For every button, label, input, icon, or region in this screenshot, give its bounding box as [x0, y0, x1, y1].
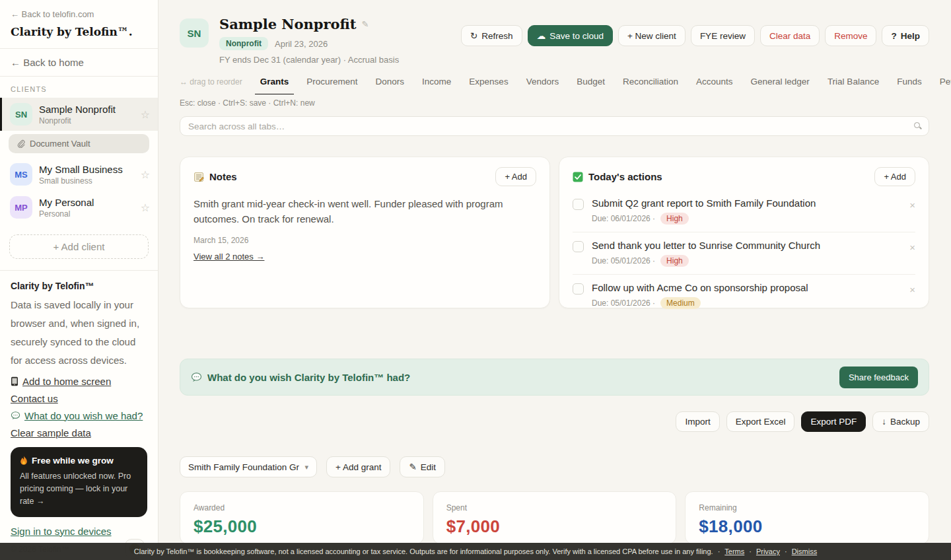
action-checkbox[interactable] — [573, 283, 584, 295]
star-icon[interactable]: ☆ — [141, 108, 150, 121]
delete-action-icon[interactable]: × — [909, 197, 915, 210]
tab-general-ledger[interactable]: General ledger — [751, 77, 810, 87]
tab-reconciliation[interactable]: Reconciliation — [623, 77, 678, 87]
header-actions: ↻ Refresh ☁ Save to cloud + New client F… — [461, 25, 929, 46]
sign-in-link[interactable]: Sign in to sync devices — [11, 526, 147, 537]
dismiss-link[interactable]: Dismiss — [792, 547, 818, 555]
remove-button[interactable]: Remove — [825, 25, 876, 46]
action-checkbox[interactable] — [573, 241, 584, 252]
client-item-my-personal[interactable]: MP My Personal Personal ☆ — [0, 191, 158, 224]
question-icon: ? — [891, 31, 896, 41]
stat-card-awarded: Awarded $25,000 — [180, 491, 424, 544]
drag-to-reorder-hint: ↔ drag to reorder — [180, 77, 242, 87]
tab-donors[interactable]: Donors — [376, 77, 405, 87]
action-text: Send thank you letter to Sunrise Communi… — [592, 240, 820, 251]
import-button[interactable]: Import — [676, 411, 719, 432]
client-type: Nonprofit — [39, 116, 116, 125]
view-all-notes-link[interactable]: View all 2 notes → — [194, 252, 264, 262]
action-text: Follow up with Acme Co on sponsorship pr… — [592, 282, 808, 293]
wish-label: What do you wish we had? — [24, 410, 143, 421]
action-text: Submit Q2 grant report to Smith Family F… — [592, 197, 816, 209]
refresh-button[interactable]: ↻ Refresh — [461, 25, 522, 46]
edit-title-icon[interactable]: ✎ — [362, 19, 369, 29]
export-toolbar: Import Export Excel Export PDF ↓ Backup — [180, 411, 929, 432]
separator: · — [718, 547, 721, 555]
page-title: Sample Nonprofit — [219, 16, 357, 32]
terms-link[interactable]: Terms — [724, 547, 744, 555]
add-to-home-screen-link[interactable]: Add to home screen — [11, 376, 147, 387]
clients-section: CLIENTS SN Sample Nonprofit Nonprofit ☆ … — [0, 77, 158, 259]
check-icon — [573, 172, 583, 182]
avatar: MS — [10, 163, 32, 186]
save-to-cloud-button[interactable]: ☁ Save to cloud — [528, 25, 613, 46]
notes-title: Notes — [209, 171, 237, 182]
pencil-icon: ✎ — [409, 462, 416, 472]
delete-action-icon[interactable]: × — [909, 240, 915, 252]
help-button[interactable]: ? Help — [882, 25, 929, 46]
grant-stats: Awarded $25,000 Spent $7,000 Remaining $… — [180, 491, 929, 544]
search-icon[interactable] — [914, 122, 922, 130]
tab-funds[interactable]: Funds — [897, 77, 922, 87]
about-title: Clarity by Telofin™ — [11, 281, 147, 291]
tab-procurement[interactable]: Procurement — [306, 77, 357, 87]
client-avatar: SN — [180, 18, 209, 48]
action-checkbox[interactable] — [573, 199, 584, 210]
feedback-question: What do you wish Clarity by Telofin™ had… — [207, 372, 410, 383]
tab-trial-balance[interactable]: Trial Balance — [828, 77, 879, 87]
search-input[interactable] — [180, 116, 929, 136]
add-grant-button[interactable]: + Add grant — [326, 456, 390, 477]
star-icon[interactable]: ☆ — [141, 168, 150, 181]
client-item-my-small-business[interactable]: MS My Small Business Small business ☆ — [0, 158, 158, 191]
contact-us-link[interactable]: Contact us — [11, 393, 147, 404]
stat-label: Remaining — [699, 503, 915, 512]
stat-value: $18,000 — [699, 516, 915, 537]
export-excel-button[interactable]: Export Excel — [726, 411, 795, 432]
clear-sample-data-label: Clear sample data — [11, 427, 91, 438]
export-pdf-button[interactable]: Export PDF — [801, 411, 866, 432]
tab-expenses[interactable]: Expenses — [469, 77, 508, 87]
delete-action-icon[interactable]: × — [909, 282, 915, 295]
star-icon[interactable]: ☆ — [141, 201, 150, 214]
tab-petty-cash[interactable]: Petty Cash — [940, 77, 951, 87]
client-item-sample-nonprofit[interactable]: SN Sample Nonprofit Nonprofit ☆ — [0, 98, 158, 131]
tab-vendors[interactable]: Vendors — [526, 77, 559, 87]
stat-label: Spent — [446, 503, 663, 512]
wish-link[interactable]: What do you wish we had? — [11, 410, 147, 421]
grant-select[interactable]: Smith Family Foundation Grant ▾ — [180, 456, 317, 477]
tab-grants[interactable]: Grants — [260, 77, 289, 87]
clear-sample-data-link[interactable]: Clear sample data — [11, 427, 147, 438]
tab-accounts[interactable]: Accounts — [696, 77, 733, 87]
stat-label: Awarded — [194, 503, 410, 512]
backup-button[interactable]: ↓ Backup — [872, 411, 929, 432]
privacy-link[interactable]: Privacy — [756, 547, 780, 555]
cloud-icon: ☁ — [537, 30, 546, 41]
about-text: Data is saved locally in your browser an… — [11, 296, 147, 370]
action-due: Due: 05/01/2026 · — [592, 256, 655, 265]
grant-select-value: Smith Family Foundation Grant — [188, 462, 299, 472]
stat-value: $7,000 — [446, 516, 663, 537]
back-to-telofin-link[interactable]: ← Back to telofin.com — [11, 9, 147, 19]
add-note-button[interactable]: + Add — [495, 167, 536, 186]
document-vault-button[interactable]: Document Vault — [9, 134, 149, 153]
tab-bar: ↔ drag to reorder Grants Procurement Don… — [180, 77, 951, 94]
fye-review-button[interactable]: FYE review — [691, 25, 755, 46]
new-client-button[interactable]: + New client — [618, 25, 686, 46]
clear-data-button[interactable]: Clear data — [760, 25, 820, 46]
client-type-badge: Nonprofit — [219, 37, 268, 50]
add-client-button[interactable]: + Add client — [9, 234, 149, 259]
add-action-button[interactable]: + Add — [874, 167, 915, 186]
stat-card-remaining: Remaining $18,000 — [685, 491, 929, 544]
share-feedback-button[interactable]: Share feedback — [839, 367, 918, 388]
edit-grant-button[interactable]: ✎ Edit — [400, 456, 445, 477]
promo-body[interactable]: All features unlocked now. Pro pricing c… — [20, 470, 138, 508]
back-to-home-link[interactable]: ← Back to home — [0, 49, 158, 77]
sidebar: ← Back to telofin.com Clarity by Telofin… — [0, 0, 158, 560]
tab-budget[interactable]: Budget — [577, 77, 605, 87]
priority-badge: High — [660, 255, 689, 267]
phone-icon — [11, 376, 18, 386]
add-to-home-screen-label: Add to home screen — [22, 376, 111, 387]
main-content: SN Sample Nonprofit ✎ Nonprofit April 23… — [158, 0, 951, 560]
notes-card: Notes + Add Smith grant mid-year check-i… — [180, 157, 550, 308]
tab-income[interactable]: Income — [422, 77, 451, 87]
speech-bubble-icon — [11, 411, 20, 420]
